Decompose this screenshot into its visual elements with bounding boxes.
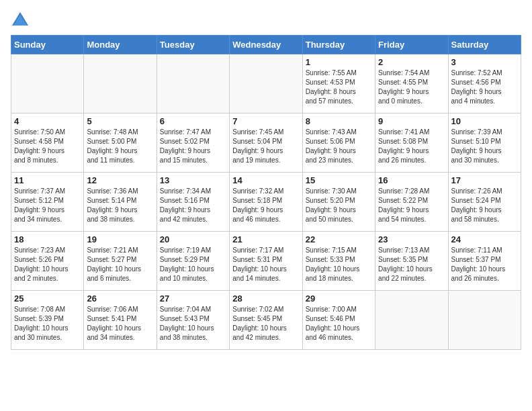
day-info: Sunrise: 7:17 AM Sunset: 5:31 PM Dayligh… — [232, 246, 299, 283]
day-number: 26 — [87, 293, 153, 304]
day-info: Sunrise: 7:36 AM Sunset: 5:14 PM Dayligh… — [87, 187, 153, 224]
week-row-3: 11Sunrise: 7:37 AM Sunset: 5:12 PM Dayli… — [11, 173, 521, 232]
day-info: Sunrise: 7:06 AM Sunset: 5:41 PM Dayligh… — [87, 305, 153, 342]
week-row-4: 18Sunrise: 7:23 AM Sunset: 5:26 PM Dayli… — [11, 232, 521, 291]
calendar-cell: 29Sunrise: 7:00 AM Sunset: 5:46 PM Dayli… — [302, 291, 375, 350]
calendar-cell: 28Sunrise: 7:02 AM Sunset: 5:45 PM Dayli… — [230, 291, 302, 350]
day-number: 3 — [451, 57, 518, 67]
col-header-monday: Monday — [84, 36, 157, 54]
day-info: Sunrise: 7:43 AM Sunset: 5:06 PM Dayligh… — [306, 128, 372, 165]
day-info: Sunrise: 7:34 AM Sunset: 5:16 PM Dayligh… — [160, 187, 226, 224]
day-number: 1 — [306, 57, 372, 67]
day-number: 11 — [14, 175, 81, 185]
calendar-cell: 26Sunrise: 7:06 AM Sunset: 5:41 PM Dayli… — [84, 291, 157, 350]
calendar-cell: 17Sunrise: 7:26 AM Sunset: 5:24 PM Dayli… — [448, 173, 521, 232]
day-info: Sunrise: 7:28 AM Sunset: 5:22 PM Dayligh… — [378, 187, 445, 224]
day-info: Sunrise: 7:54 AM Sunset: 4:55 PM Dayligh… — [378, 68, 445, 106]
day-number: 10 — [451, 116, 518, 126]
day-info: Sunrise: 7:19 AM Sunset: 5:29 PM Dayligh… — [160, 246, 226, 283]
calendar-cell: 20Sunrise: 7:19 AM Sunset: 5:29 PM Dayli… — [157, 232, 229, 291]
day-info: Sunrise: 7:55 AM Sunset: 4:53 PM Dayligh… — [306, 68, 372, 106]
logo — [11, 11, 32, 30]
col-header-wednesday: Wednesday — [230, 36, 302, 54]
day-number: 28 — [232, 293, 299, 304]
day-info: Sunrise: 7:23 AM Sunset: 5:26 PM Dayligh… — [14, 246, 81, 283]
day-number: 24 — [451, 234, 518, 244]
calendar-cell — [375, 291, 448, 350]
day-number: 8 — [306, 116, 372, 126]
col-header-thursday: Thursday — [302, 36, 375, 54]
day-header-row: SundayMondayTuesdayWednesdayThursdayFrid… — [11, 36, 521, 54]
calendar-cell: 22Sunrise: 7:15 AM Sunset: 5:33 PM Dayli… — [302, 232, 375, 291]
day-info: Sunrise: 7:32 AM Sunset: 5:18 PM Dayligh… — [232, 187, 299, 224]
day-number: 23 — [378, 234, 445, 244]
calendar-cell: 19Sunrise: 7:21 AM Sunset: 5:27 PM Dayli… — [84, 232, 157, 291]
calendar-cell: 13Sunrise: 7:34 AM Sunset: 5:16 PM Dayli… — [157, 173, 229, 232]
day-number: 19 — [87, 234, 153, 244]
calendar-cell: 15Sunrise: 7:30 AM Sunset: 5:20 PM Dayli… — [302, 173, 375, 232]
calendar-cell: 16Sunrise: 7:28 AM Sunset: 5:22 PM Dayli… — [375, 173, 448, 232]
day-number: 17 — [451, 175, 518, 185]
day-info: Sunrise: 7:13 AM Sunset: 5:35 PM Dayligh… — [378, 246, 445, 283]
day-number: 5 — [87, 116, 153, 126]
page-header — [11, 11, 521, 30]
day-info: Sunrise: 7:21 AM Sunset: 5:27 PM Dayligh… — [87, 246, 153, 283]
day-info: Sunrise: 7:15 AM Sunset: 5:33 PM Dayligh… — [306, 246, 372, 283]
calendar-cell: 23Sunrise: 7:13 AM Sunset: 5:35 PM Dayli… — [375, 232, 448, 291]
week-row-1: 1Sunrise: 7:55 AM Sunset: 4:53 PM Daylig… — [11, 54, 521, 113]
week-row-5: 25Sunrise: 7:08 AM Sunset: 5:39 PM Dayli… — [11, 291, 521, 350]
week-row-2: 4Sunrise: 7:50 AM Sunset: 4:58 PM Daylig… — [11, 113, 521, 173]
day-number: 16 — [378, 175, 445, 185]
day-info: Sunrise: 7:08 AM Sunset: 5:39 PM Dayligh… — [14, 305, 81, 342]
calendar-cell: 9Sunrise: 7:41 AM Sunset: 5:08 PM Daylig… — [375, 113, 448, 173]
day-info: Sunrise: 7:47 AM Sunset: 5:02 PM Dayligh… — [160, 128, 226, 165]
calendar-cell: 1Sunrise: 7:55 AM Sunset: 4:53 PM Daylig… — [302, 54, 375, 113]
calendar-cell — [448, 291, 521, 350]
day-number: 27 — [160, 293, 226, 304]
calendar-cell — [84, 54, 157, 113]
calendar-cell: 4Sunrise: 7:50 AM Sunset: 4:58 PM Daylig… — [11, 113, 84, 173]
calendar-cell: 2Sunrise: 7:54 AM Sunset: 4:55 PM Daylig… — [375, 54, 448, 113]
col-header-saturday: Saturday — [448, 36, 521, 54]
day-number: 2 — [378, 57, 445, 67]
day-number: 25 — [14, 293, 81, 304]
calendar-cell: 27Sunrise: 7:04 AM Sunset: 5:43 PM Dayli… — [157, 291, 229, 350]
calendar-cell: 7Sunrise: 7:45 AM Sunset: 5:04 PM Daylig… — [230, 113, 302, 173]
calendar-cell: 14Sunrise: 7:32 AM Sunset: 5:18 PM Dayli… — [230, 173, 302, 232]
calendar-cell: 3Sunrise: 7:52 AM Sunset: 4:56 PM Daylig… — [448, 54, 521, 113]
day-number: 12 — [87, 175, 153, 185]
calendar-cell: 5Sunrise: 7:48 AM Sunset: 5:00 PM Daylig… — [84, 113, 157, 173]
day-info: Sunrise: 7:00 AM Sunset: 5:46 PM Dayligh… — [306, 305, 372, 342]
day-number: 4 — [14, 116, 81, 126]
day-number: 15 — [306, 175, 372, 185]
calendar-cell: 10Sunrise: 7:39 AM Sunset: 5:10 PM Dayli… — [448, 113, 521, 173]
day-info: Sunrise: 7:26 AM Sunset: 5:24 PM Dayligh… — [451, 187, 518, 224]
col-header-tuesday: Tuesday — [157, 36, 229, 54]
day-info: Sunrise: 7:11 AM Sunset: 5:37 PM Dayligh… — [451, 246, 518, 283]
calendar-cell: 6Sunrise: 7:47 AM Sunset: 5:02 PM Daylig… — [157, 113, 229, 173]
day-info: Sunrise: 7:52 AM Sunset: 4:56 PM Dayligh… — [451, 68, 518, 106]
day-number: 20 — [160, 234, 226, 244]
col-header-sunday: Sunday — [11, 36, 84, 54]
calendar-cell: 21Sunrise: 7:17 AM Sunset: 5:31 PM Dayli… — [230, 232, 302, 291]
calendar-cell — [230, 54, 302, 113]
calendar-cell — [11, 54, 84, 113]
day-info: Sunrise: 7:04 AM Sunset: 5:43 PM Dayligh… — [160, 305, 226, 342]
calendar-cell: 11Sunrise: 7:37 AM Sunset: 5:12 PM Dayli… — [11, 173, 84, 232]
day-number: 18 — [14, 234, 81, 244]
day-info: Sunrise: 7:41 AM Sunset: 5:08 PM Dayligh… — [378, 128, 445, 165]
calendar-cell: 25Sunrise: 7:08 AM Sunset: 5:39 PM Dayli… — [11, 291, 84, 350]
day-number: 22 — [306, 234, 372, 244]
calendar-cell: 8Sunrise: 7:43 AM Sunset: 5:06 PM Daylig… — [302, 113, 375, 173]
calendar-table: SundayMondayTuesdayWednesdayThursdayFrid… — [11, 35, 521, 350]
logo-icon — [11, 11, 30, 30]
day-number: 21 — [232, 234, 299, 244]
day-number: 13 — [160, 175, 226, 185]
day-number: 7 — [232, 116, 299, 126]
day-info: Sunrise: 7:39 AM Sunset: 5:10 PM Dayligh… — [451, 128, 518, 165]
day-number: 9 — [378, 116, 445, 126]
day-number: 14 — [232, 175, 299, 185]
day-number: 29 — [306, 293, 372, 304]
calendar-cell — [157, 54, 229, 113]
day-info: Sunrise: 7:37 AM Sunset: 5:12 PM Dayligh… — [14, 187, 81, 224]
